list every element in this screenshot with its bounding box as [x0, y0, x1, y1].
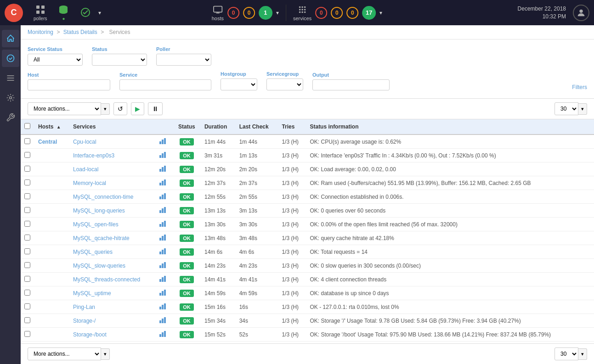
service-link[interactable]: Interface-enp0s3: [73, 152, 114, 159]
hosts-dropdown[interactable]: ▾: [276, 10, 279, 16]
service-link[interactable]: MySQL_connection-time: [73, 194, 133, 200]
col-services[interactable]: Services: [69, 119, 156, 134]
row-chart-icon[interactable]: [156, 218, 173, 231]
poller-select[interactable]: [156, 54, 211, 66]
row-chart-icon[interactable]: [156, 273, 173, 286]
refresh-btn[interactable]: ↺: [113, 102, 127, 115]
service-link[interactable]: Storage-/: [73, 318, 96, 324]
play-btn[interactable]: ▶: [131, 102, 144, 115]
sidebar-item-tools[interactable]: [2, 109, 19, 126]
row-checkbox[interactable]: [24, 276, 30, 282]
row-checkbox[interactable]: [24, 331, 30, 337]
col-last-check[interactable]: Last Check: [236, 119, 278, 134]
row-checkbox[interactable]: [24, 303, 30, 309]
hosts-badge-critical[interactable]: 0: [227, 7, 239, 19]
filters-link[interactable]: Filters: [572, 82, 587, 93]
service-link[interactable]: Storage-/boot: [73, 331, 107, 338]
row-chart-icon[interactable]: [156, 300, 173, 314]
output-input[interactable]: [312, 79, 390, 90]
nav-pollers[interactable]: pollers: [30, 2, 51, 23]
pause-btn[interactable]: ⏸: [148, 102, 163, 115]
services-dropdown[interactable]: ▾: [379, 10, 382, 16]
host-link[interactable]: Central: [38, 139, 57, 145]
service-link[interactable]: MySQL_open-files: [73, 221, 119, 228]
row-chart-icon[interactable]: [156, 286, 173, 300]
row-checkbox[interactable]: [24, 235, 30, 241]
row-chart-icon[interactable]: [156, 149, 173, 162]
row-checkbox[interactable]: [24, 290, 30, 296]
row-checkbox[interactable]: [24, 152, 30, 158]
user-avatar[interactable]: [573, 5, 589, 21]
nav-db[interactable]: ●: [54, 2, 73, 23]
col-tries[interactable]: Tries: [278, 119, 306, 134]
row-chart-icon[interactable]: [156, 134, 173, 149]
service-link[interactable]: Load-local: [73, 166, 98, 173]
row-chart-icon[interactable]: [156, 231, 173, 245]
servicegroup-select[interactable]: [266, 78, 303, 90]
row-chart-icon[interactable]: [156, 162, 173, 176]
hosts-badge-ok[interactable]: 1: [259, 6, 272, 20]
row-chart-icon[interactable]: [156, 328, 173, 342]
bottom-more-actions-btn[interactable]: ▾: [101, 348, 110, 360]
service-link[interactable]: Cpu-local: [73, 139, 96, 145]
nav-status[interactable]: [76, 5, 95, 21]
bottom-page-size-btn[interactable]: ▾: [578, 348, 587, 360]
page-size-select[interactable]: 30: [554, 102, 578, 115]
bottom-page-size-select[interactable]: 30: [554, 347, 578, 360]
page-size-btn[interactable]: ▾: [578, 103, 587, 115]
more-actions-btn[interactable]: ▾: [101, 103, 110, 115]
service-link[interactable]: MySQL_queries: [73, 249, 113, 255]
row-chart-icon[interactable]: [156, 204, 173, 218]
row-checkbox[interactable]: [24, 179, 30, 185]
top-toolbar: More actions... ▾ ↺ ▶ ⏸ 30 ▾: [21, 99, 594, 119]
more-actions-select[interactable]: More actions...: [28, 102, 101, 115]
service-link[interactable]: MySQL_long-queries: [73, 207, 125, 214]
service-input[interactable]: [119, 79, 211, 90]
sidebar-item-settings[interactable]: [2, 89, 19, 106]
row-checkbox[interactable]: [24, 166, 30, 172]
row-chart-icon[interactable]: [156, 190, 173, 204]
services-icon-label[interactable]: services: [293, 5, 311, 21]
service-link[interactable]: Ping-Lan: [73, 304, 95, 310]
services-badge-ok[interactable]: 17: [362, 6, 376, 20]
row-checkbox[interactable]: [24, 317, 30, 323]
breadcrumb-status-details[interactable]: Status Details: [63, 29, 97, 35]
row-checkbox[interactable]: [24, 207, 30, 213]
status-select[interactable]: [92, 54, 147, 66]
select-all-checkbox[interactable]: [24, 123, 30, 129]
row-checkbox[interactable]: [24, 221, 30, 227]
service-link[interactable]: MySQL_uptime: [73, 290, 111, 297]
breadcrumb-monitoring[interactable]: Monitoring: [28, 29, 53, 35]
hosts-icon-label[interactable]: hosts: [212, 5, 224, 21]
row-chart-icon[interactable]: [156, 176, 173, 190]
service-link[interactable]: MySQL_qcache-hitrate: [73, 235, 130, 241]
row-chart-icon[interactable]: [156, 245, 173, 259]
service-link[interactable]: Memory-local: [73, 180, 106, 186]
sidebar-item-monitoring[interactable]: [2, 50, 19, 67]
services-badge-critical[interactable]: 0: [315, 7, 327, 19]
host-input[interactable]: [28, 79, 110, 90]
row-checkbox[interactable]: [24, 193, 30, 199]
row-chart-icon[interactable]: [156, 314, 173, 328]
col-duration[interactable]: Duration: [201, 119, 236, 134]
col-status-info[interactable]: Status information: [306, 119, 594, 134]
hostgroup-select[interactable]: [221, 78, 257, 90]
app-logo[interactable]: C: [5, 4, 23, 22]
row-chart-icon[interactable]: [156, 259, 173, 273]
row-checkbox[interactable]: [24, 138, 30, 144]
row-checkbox[interactable]: [24, 248, 30, 254]
col-status[interactable]: Status: [173, 119, 201, 134]
services-badge-unknown[interactable]: 0: [346, 7, 358, 19]
nav-dropdown-arrow[interactable]: ▾: [98, 10, 101, 16]
sidebar-item-list[interactable]: [2, 69, 19, 87]
hosts-badge-warning[interactable]: 0: [243, 7, 255, 19]
status-badge: OK: [180, 317, 194, 325]
service-link[interactable]: MySQL_slow-queries: [73, 263, 125, 269]
bottom-more-actions-select[interactable]: More actions...: [28, 347, 101, 360]
row-checkbox[interactable]: [24, 262, 30, 268]
services-badge-warning[interactable]: 0: [331, 7, 343, 19]
service-status-select[interactable]: All: [28, 54, 83, 66]
sidebar-item-home[interactable]: [2, 30, 19, 47]
col-hosts[interactable]: Hosts ▲: [34, 119, 69, 134]
service-link[interactable]: MySQL_threads-connected: [73, 276, 140, 283]
